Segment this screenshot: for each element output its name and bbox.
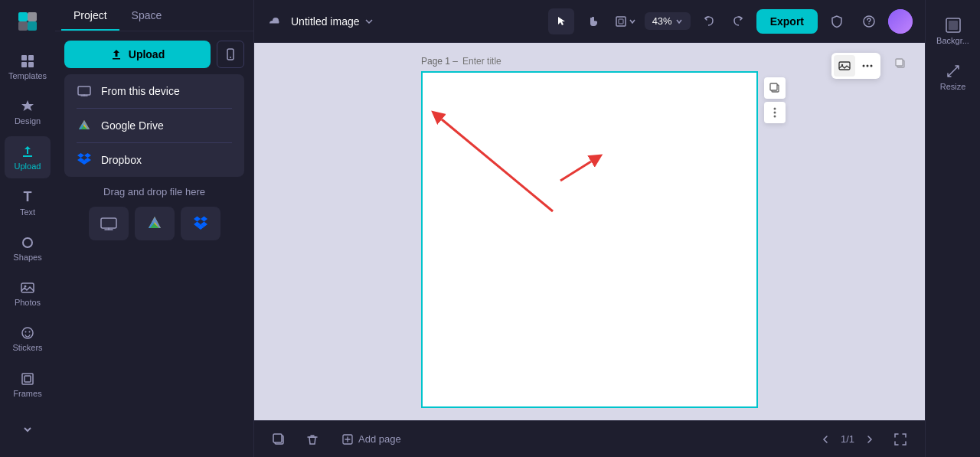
tab-space[interactable]: Space	[119, 0, 175, 31]
zoom-control[interactable]: 43%	[645, 12, 691, 30]
sidebar-item-upload[interactable]: Upload	[5, 136, 51, 178]
upload-button[interactable]: Upload	[64, 41, 211, 68]
resize-icon	[945, 63, 962, 80]
undo-redo-group	[697, 8, 750, 34]
svg-rect-41	[273, 434, 282, 442]
page-dots-btn[interactable]	[764, 102, 786, 123]
upload-icon	[20, 144, 35, 159]
sidebar-label-shapes: Shapes	[13, 253, 41, 262]
right-panel-resize[interactable]: Resize	[930, 55, 976, 98]
page-copy-btn[interactable]	[890, 53, 911, 74]
undo-icon	[704, 15, 716, 28]
svg-rect-7	[28, 62, 34, 67]
stickers-icon	[20, 325, 35, 341]
frames-icon	[20, 371, 35, 387]
upload-btn-label: Upload	[129, 48, 165, 60]
help-button[interactable]	[856, 8, 882, 34]
svg-rect-9	[21, 283, 34, 292]
sidebar-item-frames[interactable]: Frames	[5, 363, 51, 405]
svg-rect-14	[22, 374, 33, 384]
select-tool-button[interactable]	[548, 8, 574, 34]
shield-button[interactable]	[824, 8, 850, 34]
shield-icon	[830, 15, 844, 28]
sidebar-item-more[interactable]	[5, 409, 51, 451]
canvas-content[interactable]: Page 1 –	[254, 43, 925, 420]
svg-rect-6	[21, 62, 27, 67]
page-action-more-btn[interactable]	[857, 55, 878, 77]
svg-point-33	[774, 107, 776, 109]
prev-page-btn[interactable]	[816, 430, 835, 449]
sidebar-item-photos[interactable]: Photos	[5, 273, 51, 315]
drag-google-btn[interactable]	[135, 207, 175, 240]
tab-project[interactable]: Project	[61, 0, 119, 31]
hand-icon	[587, 15, 599, 28]
google-drive-label: Google Drive	[101, 119, 164, 132]
user-avatar[interactable]	[888, 9, 913, 34]
svg-rect-18	[78, 87, 90, 95]
doc-title-text: Untitled image	[291, 15, 360, 28]
mobile-icon	[224, 48, 237, 60]
redo-button[interactable]	[724, 8, 750, 34]
drag-device-btn[interactable]	[89, 207, 129, 240]
dropdown-item-device[interactable]: From this device	[64, 74, 244, 108]
next-page-btn[interactable]	[861, 430, 879, 449]
mobile-button[interactable]	[217, 41, 244, 68]
canvas-area: Untitled image	[254, 0, 925, 457]
title-caret-icon	[364, 17, 374, 26]
svg-rect-5	[28, 55, 34, 60]
page-actions-bar	[831, 53, 880, 79]
svg-point-13	[29, 331, 31, 333]
dropbox-label: Dropbox	[101, 154, 142, 166]
svg-rect-4	[21, 55, 27, 60]
vertical-dots-icon	[769, 106, 781, 119]
left-icon-sidebar: Templates Design Upload T Text Shapes Ph…	[0, 0, 55, 457]
drag-dropbox-btn[interactable]	[181, 207, 220, 240]
page-duplicate-btn[interactable]	[764, 77, 786, 99]
page-action-image-btn[interactable]	[834, 55, 855, 77]
svg-rect-20	[616, 17, 626, 26]
svg-rect-1	[28, 12, 37, 21]
main-panel: Project Space Upload	[55, 0, 254, 457]
svg-point-27	[867, 64, 869, 67]
device-label: From this device	[101, 85, 180, 97]
more-dots-icon	[861, 60, 874, 72]
svg-rect-3	[28, 21, 37, 31]
svg-point-8	[23, 238, 32, 247]
copy-page-btn[interactable]	[266, 427, 291, 452]
dropdown-item-google[interactable]: Google Drive	[64, 109, 244, 142]
trash-icon	[305, 433, 319, 446]
delete-page-btn[interactable]	[300, 427, 325, 452]
svg-point-17	[230, 57, 231, 58]
canvas-page[interactable]	[421, 71, 758, 408]
fit-page-btn[interactable]	[888, 427, 913, 452]
right-panel-background[interactable]: Backgr...	[930, 9, 976, 52]
zoom-caret-icon	[675, 18, 683, 25]
page-title-input[interactable]	[462, 56, 539, 67]
svg-rect-21	[619, 19, 623, 24]
dropdown-item-dropbox[interactable]: Dropbox	[64, 143, 244, 177]
fit-icon	[893, 433, 907, 446]
sidebar-item-design[interactable]: Design	[5, 91, 51, 133]
export-button[interactable]: Export	[756, 9, 818, 34]
sidebar-item-stickers[interactable]: Stickers	[5, 318, 51, 360]
page-indicator: 1/1	[841, 433, 854, 445]
photos-icon	[20, 280, 35, 295]
document-title[interactable]: Untitled image	[291, 15, 374, 28]
app-logo[interactable]	[12, 6, 43, 36]
device-icon	[77, 83, 92, 99]
sidebar-item-text[interactable]: T Text	[5, 181, 51, 224]
frame-dropdown-icon	[629, 18, 636, 25]
redo-icon	[731, 15, 743, 28]
sidebar-item-templates[interactable]: Templates	[5, 45, 51, 87]
frame-tool-group[interactable]	[612, 8, 639, 34]
svg-point-12	[25, 331, 27, 333]
sidebar-label-upload: Upload	[15, 162, 41, 171]
copy-pages-icon	[272, 433, 286, 446]
undo-button[interactable]	[697, 8, 723, 34]
shapes-icon	[20, 235, 35, 250]
add-page-button[interactable]: Add page	[334, 429, 409, 450]
hand-tool-button[interactable]	[580, 8, 606, 34]
sidebar-item-shapes[interactable]: Shapes	[5, 227, 51, 269]
svg-point-26	[863, 64, 865, 67]
upload-dropdown: From this device Google Drive	[64, 74, 244, 177]
